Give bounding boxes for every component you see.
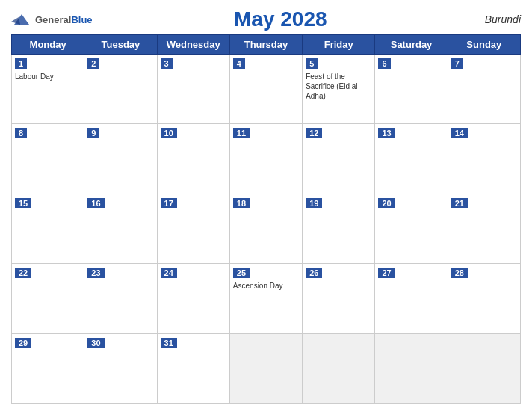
calendar-cell: 29 [12,333,84,403]
day-number: 5 [306,58,318,69]
day-number: 2 [87,58,99,69]
logo-general: General [35,14,71,25]
day-number: 25 [233,268,250,278]
weekday-header-sunday: Sunday [448,35,520,55]
header: GeneralBlue May 2028 Burundi [11,7,521,31]
calendar-title: May 2028 [93,7,468,31]
calendar-cell: 27 [375,264,448,333]
calendar-cell: 28 [448,264,520,333]
calendar-cell: 6 [375,55,448,124]
day-number: 20 [378,198,395,208]
calendar-cell: 20 [375,194,448,263]
holiday-text: Feast of the Sacrifice (Eid al-Adha) [306,72,371,101]
calendar-cell [229,333,302,403]
calendar-cell: 13 [375,124,448,194]
calendar-cell [448,333,520,403]
weekday-header-saturday: Saturday [375,35,448,55]
calendar-cell: 8 [12,124,84,194]
calendar-cell: 24 [157,264,229,333]
calendar-cell: 9 [84,124,157,194]
day-number: 9 [87,128,99,138]
day-number: 6 [378,58,390,69]
calendar-cell: 2 [84,55,157,124]
day-number: 8 [15,128,27,138]
day-number: 22 [15,268,31,278]
calendar-week-row: 15161718192021 [12,194,521,263]
day-number: 7 [451,58,463,69]
day-number: 13 [378,128,395,138]
calendar-cell: 10 [157,124,229,194]
day-number: 24 [161,268,177,278]
calendar-cell: 25Ascension Day [229,264,302,333]
calendar-cell: 26 [303,264,375,333]
calendar-cell: 12 [303,124,375,194]
day-number: 15 [15,198,31,208]
calendar-cell [303,333,375,403]
calendar-cell: 18 [229,194,302,263]
calendar-cell: 30 [84,333,157,403]
calendar-cell: 16 [84,194,157,263]
weekday-header-friday: Friday [303,35,375,55]
calendar-cell: 3 [157,55,229,124]
day-number: 18 [233,198,250,208]
day-number: 17 [161,198,177,208]
calendar-cell: 1Labour Day [12,55,84,124]
day-number: 12 [306,128,322,138]
weekday-header-tuesday: Tuesday [84,35,157,55]
logo-bird-icon [11,11,32,28]
holiday-text: Ascension Day [233,281,299,291]
calendar-cell: 19 [303,194,375,263]
weekday-header-monday: Monday [12,35,84,55]
day-number: 19 [306,198,322,208]
calendar-cell: 5Feast of the Sacrifice (Eid al-Adha) [303,55,375,124]
weekday-header-row: MondayTuesdayWednesdayThursdayFridaySatu… [12,35,521,55]
calendar-cell [375,333,448,403]
calendar-week-row: 1Labour Day2345Feast of the Sacrifice (E… [12,55,521,124]
weekday-header-wednesday: Wednesday [157,35,229,55]
day-number: 30 [87,338,104,348]
day-number: 28 [451,268,468,278]
calendar-cell: 21 [448,194,520,263]
weekday-header-thursday: Thursday [229,35,302,55]
day-number: 27 [378,268,395,278]
day-number: 29 [15,338,31,348]
calendar-week-row: 891011121314 [12,124,521,194]
calendar-cell: 17 [157,194,229,263]
day-number: 3 [161,58,173,69]
calendar-table: MondayTuesdayWednesdayThursdayFridaySatu… [11,34,521,404]
country-name: Burundi [468,13,521,25]
logo: GeneralBlue [11,11,93,28]
day-number: 16 [87,198,104,208]
day-number: 31 [161,338,177,348]
holiday-text: Labour Day [15,72,81,81]
day-number: 21 [451,198,468,208]
calendar-cell: 23 [84,264,157,333]
day-number: 1 [15,58,27,69]
day-number: 23 [87,268,104,278]
day-number: 14 [451,128,468,138]
day-number: 4 [233,58,245,69]
calendar-cell: 22 [12,264,84,333]
calendar-cell: 4 [229,55,302,124]
logo-blue: Blue [71,14,92,25]
calendar-cell: 31 [157,333,229,403]
logo-text: GeneralBlue [35,13,93,26]
calendar-cell: 14 [448,124,520,194]
calendar-week-row: 22232425Ascension Day262728 [12,264,521,333]
day-number: 26 [306,268,322,278]
calendar-cell: 11 [229,124,302,194]
day-number: 10 [161,128,177,138]
calendar-cell: 15 [12,194,84,263]
day-number: 11 [233,128,250,138]
calendar-cell: 7 [448,55,520,124]
calendar-week-row: 293031 [12,333,521,403]
